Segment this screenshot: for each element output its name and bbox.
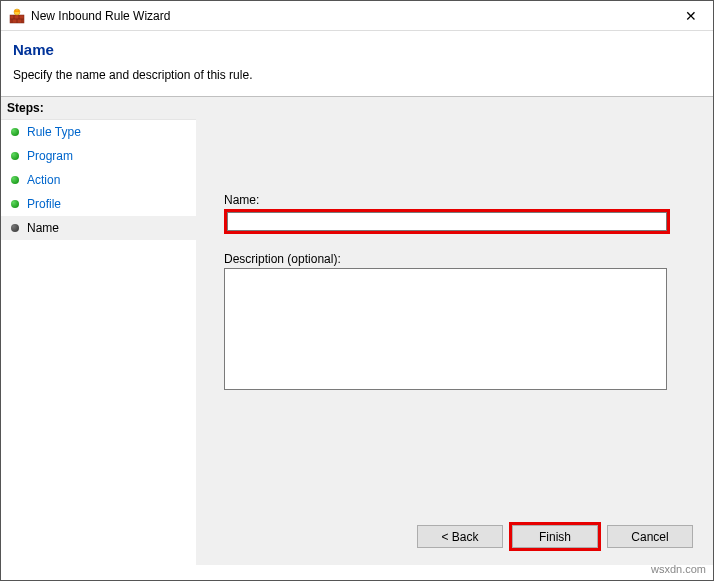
finish-button-highlight: Finish (509, 522, 601, 551)
step-profile[interactable]: Profile (1, 192, 196, 216)
step-label: Name (27, 221, 59, 235)
steps-sidebar: Steps: Rule Type Program Action Profile … (1, 96, 196, 565)
step-label: Program (27, 149, 73, 163)
page-title: Name (13, 41, 699, 58)
page-description: Specify the name and description of this… (13, 68, 699, 82)
finish-button[interactable]: Finish (512, 525, 598, 548)
step-name[interactable]: Name (1, 216, 196, 240)
step-action[interactable]: Action (1, 168, 196, 192)
step-done-icon (11, 152, 19, 160)
cancel-button[interactable]: Cancel (607, 525, 693, 548)
name-label: Name: (224, 193, 685, 207)
firewall-icon (9, 8, 25, 24)
step-program[interactable]: Program (1, 144, 196, 168)
description-label: Description (optional): (224, 252, 685, 266)
titlebar: New Inbound Rule Wizard ✕ (1, 1, 713, 31)
back-button[interactable]: < Back (417, 525, 503, 548)
step-label: Rule Type (27, 125, 81, 139)
wizard-main-panel: Name: Description (optional): < Back Fin… (196, 96, 713, 565)
step-label: Action (27, 173, 60, 187)
step-label: Profile (27, 197, 61, 211)
step-done-icon (11, 200, 19, 208)
wizard-content: Steps: Rule Type Program Action Profile … (1, 96, 713, 565)
description-input[interactable] (224, 268, 667, 390)
wizard-buttons: < Back Finish Cancel (417, 522, 693, 551)
wizard-header: Name Specify the name and description of… (1, 31, 713, 96)
step-rule-type[interactable]: Rule Type (1, 120, 196, 144)
step-done-icon (11, 176, 19, 184)
step-current-icon (11, 224, 19, 232)
steps-header: Steps: (1, 97, 196, 120)
step-done-icon (11, 128, 19, 136)
name-input[interactable] (227, 212, 667, 231)
close-icon: ✕ (685, 8, 697, 24)
name-input-highlight (224, 209, 670, 234)
window-title: New Inbound Rule Wizard (31, 9, 668, 23)
close-button[interactable]: ✕ (668, 1, 713, 30)
